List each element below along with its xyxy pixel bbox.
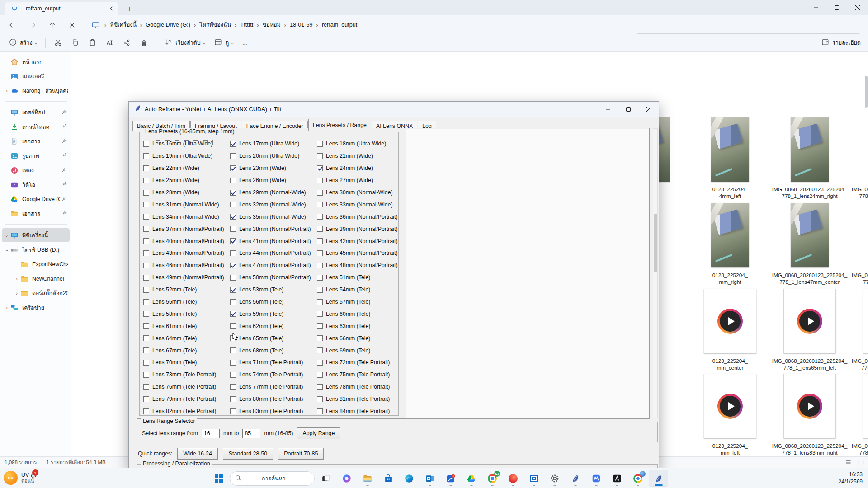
- lens-checkbox-item[interactable]: Lens 54mm (Tele): [317, 286, 398, 293]
- quick-standard-button[interactable]: Standard 28-50: [223, 448, 273, 460]
- file-tile[interactable]: IMG_0868_20260123_225204_778_1_lens47mm_…: [849, 203, 868, 286]
- sidebar-item[interactable]: หน้าแรก: [2, 55, 70, 69]
- checkbox[interactable]: [230, 238, 236, 244]
- checkbox[interactable]: [143, 202, 149, 207]
- paste-icon[interactable]: [85, 36, 99, 50]
- lens-checkbox-item[interactable]: Lens 35mm (Normal-Wide): [230, 214, 317, 220]
- checkbox[interactable]: [230, 347, 236, 353]
- sidebar-item[interactable]: ›ดอร์สติ๊กต๊อก2026: [2, 286, 70, 300]
- checkbox[interactable]: [230, 287, 236, 293]
- checkbox[interactable]: [317, 396, 323, 402]
- sidebar-item[interactable]: วิดีโอ: [2, 178, 70, 192]
- start-button[interactable]: [209, 470, 228, 487]
- sidebar-item[interactable]: ›พีซีเครื่องนี้: [2, 228, 70, 242]
- lens-checkbox-item[interactable]: Lens 61mm (Tele): [143, 323, 230, 329]
- checkbox[interactable]: [230, 226, 236, 232]
- checkbox[interactable]: [143, 178, 149, 183]
- checkbox[interactable]: [143, 287, 149, 293]
- taskbar-icon-python[interactable]: [566, 470, 585, 487]
- file-tile[interactable]: IMG_0868_20260123_225204_778_1_lens85mm_…: [849, 374, 868, 456]
- lens-checkbox-item[interactable]: Lens 48mm (Normal/Portrait): [317, 262, 398, 268]
- lens-checkbox-item[interactable]: Lens 39mm (Normal/Portrait): [317, 226, 398, 232]
- lens-checkbox-item[interactable]: Lens 33mm (Normal-Wide): [317, 202, 398, 208]
- range-from-input[interactable]: [202, 429, 220, 438]
- checkbox[interactable]: [143, 299, 149, 305]
- checkbox[interactable]: [317, 275, 323, 281]
- chevron-icon[interactable]: ⌄: [4, 247, 10, 253]
- taskbar-icon-copilot[interactable]: [337, 470, 356, 487]
- lens-checkbox-item[interactable]: Lens 52mm (Tele): [143, 286, 230, 293]
- sidebar-item[interactable]: แกลเลอรี: [2, 69, 70, 83]
- file-tile[interactable]: IMG_0868_20260123_225204_778_1_lens83mm_…: [770, 374, 849, 456]
- checkbox[interactable]: [143, 153, 149, 159]
- lens-checkbox-item[interactable]: Lens 22mm (Wide): [143, 165, 230, 171]
- taskbar-icon-file-explorer[interactable]: [358, 470, 377, 487]
- chevron-icon[interactable]: ›: [14, 276, 20, 282]
- lens-checkbox-item[interactable]: Lens 79mm (Tele Portrait): [143, 396, 230, 402]
- lens-checkbox-item[interactable]: Lens 20mm (Ultra Wide): [230, 153, 317, 159]
- checkbox[interactable]: [143, 250, 149, 256]
- chevron-icon[interactable]: ›: [4, 233, 10, 238]
- file-tile[interactable]: IMG_0868_20260123_225204_778_1_lens65mm_…: [849, 289, 868, 371]
- lens-checkbox-item[interactable]: Lens 59mm (Tele): [230, 311, 317, 317]
- lens-checkbox-item[interactable]: Lens 38mm (Normal/Portrait): [230, 226, 317, 232]
- sidebar-item[interactable]: เอกสาร: [2, 206, 70, 221]
- sidebar-item[interactable]: เดสก์ท็อป: [2, 105, 70, 119]
- checkbox[interactable]: [143, 372, 149, 378]
- lens-checkbox-item[interactable]: Lens 60mm (Tele): [317, 311, 398, 317]
- lens-checkbox-item[interactable]: Lens 47mm (Normal/Portrait): [230, 262, 317, 268]
- checkbox[interactable]: [317, 384, 323, 390]
- lens-checkbox-item[interactable]: Lens 65mm (Tele): [230, 335, 317, 342]
- sidebar-item[interactable]: ⌄ไดรฟ์ USB (D:): [2, 243, 70, 257]
- lens-checkbox-item[interactable]: Lens 28mm (Wide): [143, 189, 230, 196]
- taskbar-icon-maps[interactable]: [441, 470, 460, 487]
- delete-icon[interactable]: [137, 36, 151, 50]
- taskbar-icon-office-red[interactable]: [503, 470, 523, 487]
- checkbox[interactable]: [317, 299, 323, 305]
- maximize-button[interactable]: [826, 0, 847, 15]
- new-button[interactable]: สร้าง ⌄: [5, 35, 42, 51]
- lens-checkbox-item[interactable]: Lens 42mm (Normal/Portrait): [317, 238, 398, 244]
- up-icon[interactable]: [44, 17, 60, 33]
- file-tile[interactable]: 0123_225204_mm_left: [690, 374, 770, 456]
- file-tile[interactable]: IMG_0868_20260123_225204_778_1_lens29mm_…: [849, 117, 868, 200]
- checkbox[interactable]: [143, 360, 149, 366]
- lens-checkbox-item[interactable]: Lens 40mm (Normal/Portrait): [143, 238, 230, 244]
- lens-checkbox-item[interactable]: Lens 81mm (Tele Portrait): [317, 396, 398, 402]
- breadcrumb-item[interactable]: ไดรฟ์ของฉัน: [197, 19, 234, 31]
- lens-checkbox-item[interactable]: Lens 56mm (Tele): [230, 299, 317, 305]
- explorer-tab[interactable]: refram_output: [5, 2, 118, 15]
- dialog-scrollbar[interactable]: [653, 128, 658, 418]
- weather-widget[interactable]: UV 1 UV สูง ตอนนี้: [4, 471, 37, 485]
- checkbox[interactable]: [143, 238, 149, 244]
- lens-checkbox-item[interactable]: Lens 62mm (Tele): [230, 323, 317, 329]
- quick-portrait-button[interactable]: Portrait 70-85: [278, 448, 324, 460]
- range-to-input[interactable]: [242, 429, 260, 438]
- checkbox[interactable]: [143, 408, 149, 414]
- taskbar-icon-edge[interactable]: [399, 470, 419, 487]
- lens-checkbox-item[interactable]: Lens 66mm (Tele): [317, 335, 398, 342]
- file-tile[interactable]: IMG_0868_20260123_225204_778_1_lens65mm_…: [770, 289, 849, 371]
- checkbox[interactable]: [230, 141, 236, 147]
- view-button[interactable]: ดู ⌄: [210, 35, 238, 51]
- checkbox[interactable]: [143, 226, 149, 232]
- lens-checkbox-item[interactable]: Lens 34mm (Normal-Wide): [143, 214, 230, 220]
- checkbox[interactable]: [143, 165, 149, 171]
- taskbar-icon-chrome-alt[interactable]: [628, 470, 647, 487]
- checkbox[interactable]: [143, 141, 149, 147]
- stop-refresh-icon[interactable]: [64, 17, 80, 33]
- lens-checkbox-item[interactable]: Lens 57mm (Tele): [317, 299, 398, 305]
- more-button[interactable]: ...: [238, 37, 251, 49]
- lens-checkbox-item[interactable]: Lens 31mm (Normal-Wide): [143, 202, 230, 208]
- dialog-titlebar[interactable]: Auto Reframe - YuNet + AI Lens (ONNX CUD…: [129, 102, 659, 117]
- lens-checkbox-item[interactable]: Lens 32mm (Normal-Wide): [230, 202, 317, 208]
- sidebar-item[interactable]: Google Drive (G:: [2, 192, 70, 206]
- apply-range-button[interactable]: Apply Range: [297, 427, 340, 439]
- checkbox[interactable]: [317, 323, 323, 329]
- checkbox[interactable]: [230, 323, 236, 329]
- checkbox[interactable]: [317, 263, 323, 268]
- breadcrumb-item[interactable]: ขอหอม: [259, 19, 283, 31]
- lens-checkbox-item[interactable]: Lens 26mm (Wide): [230, 177, 317, 183]
- taskbar-icon-a-app[interactable]: [607, 470, 627, 487]
- forward-icon[interactable]: [24, 17, 40, 33]
